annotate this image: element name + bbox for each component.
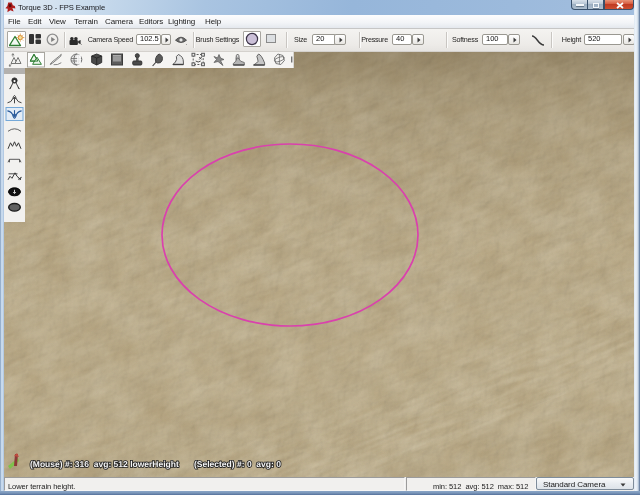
svg-text:(Mouse) #: 316 avg: 512 lower: (Mouse) #: 316 avg: 512 lowerHeight	[30, 459, 179, 469]
svg-text:(Selected) #: 0 avg: 0: (Selected) #: 0 avg: 0	[194, 459, 281, 469]
